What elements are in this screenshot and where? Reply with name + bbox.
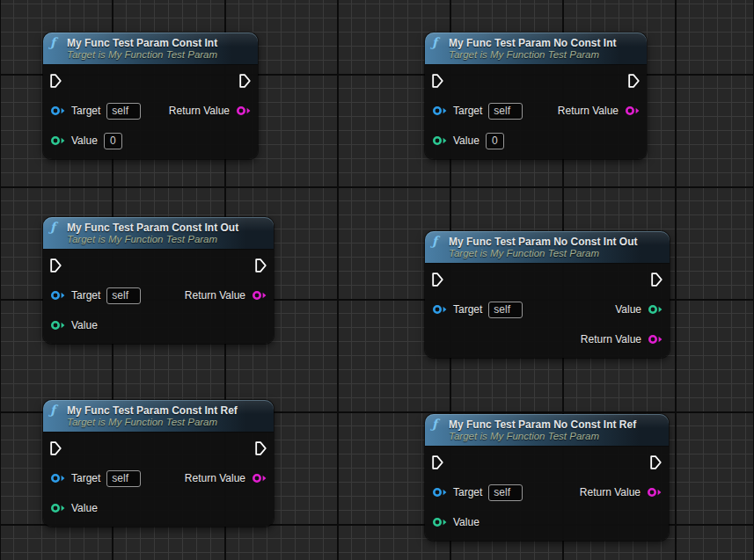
node-header[interactable]: ƒ My Func Test Param Const Int Out Targe… <box>43 217 274 250</box>
exec-in-pin[interactable] <box>50 74 62 88</box>
exec-pin-row <box>50 440 267 456</box>
target-pin[interactable] <box>50 290 65 301</box>
node-my-func-test-param-const-int[interactable]: ƒ My Func Test Param Const Int Target is… <box>43 33 258 159</box>
return-value-pin[interactable] <box>625 105 640 116</box>
value-pin[interactable] <box>50 135 65 146</box>
exec-out-pin[interactable] <box>255 441 267 455</box>
value-pin-group: Value <box>50 502 98 514</box>
exec-out-pin[interactable] <box>239 74 251 88</box>
value-out-pin[interactable] <box>648 304 662 315</box>
node-header[interactable]: ƒ My Func Test Param No Const Int Target… <box>425 33 647 65</box>
target-pin-label: Target <box>453 303 482 316</box>
exec-pin-row <box>432 455 662 470</box>
target-pin-label: Target <box>71 289 100 302</box>
exec-in-pin[interactable] <box>432 455 443 469</box>
value-out-label: Value <box>615 303 641 316</box>
return-value-pin[interactable] <box>252 290 267 301</box>
return-value-pin[interactable] <box>648 334 662 345</box>
value-input[interactable] <box>486 133 504 149</box>
value-pin[interactable] <box>50 320 65 331</box>
pin-row: Target Return Value <box>50 101 251 120</box>
pin-row: Target Return Value <box>432 483 662 502</box>
target-self-input[interactable] <box>106 103 141 120</box>
function-icon: ƒ <box>50 36 62 48</box>
value-input[interactable] <box>104 133 122 149</box>
target-pin[interactable] <box>432 487 447 498</box>
node-subtitle: Target is My Function Test Param <box>449 431 662 441</box>
exec-in-pin[interactable] <box>50 441 62 455</box>
node-title: My Func Test Param No Const Int Out <box>449 236 637 248</box>
blueprint-graph-canvas[interactable]: ƒ My Func Test Param Const Int Target is… <box>0 0 754 560</box>
pin-row: Target Value <box>432 300 662 319</box>
return-pin-group: Return Value <box>169 105 251 117</box>
target-self-input[interactable] <box>106 287 141 304</box>
target-pin[interactable] <box>50 105 65 116</box>
return-value-label: Return Value <box>185 472 245 484</box>
pin-row: Target Return Value <box>432 101 640 120</box>
target-pin-group: Target <box>432 103 523 120</box>
node-my-func-test-param-no-const-int[interactable]: ƒ My Func Test Param No Const Int Target… <box>425 33 647 159</box>
function-icon: ƒ <box>50 221 62 233</box>
return-pin-group: Return Value <box>185 289 267 302</box>
exec-in-pin[interactable] <box>50 258 62 273</box>
node-subtitle: Target is My Function Test Param <box>67 417 267 427</box>
exec-out-pin[interactable] <box>650 455 662 469</box>
exec-in-pin[interactable] <box>432 273 443 287</box>
return-pin-group: Return Value <box>580 486 662 498</box>
node-header[interactable]: ƒ My Func Test Param Const Int Ref Targe… <box>43 400 274 433</box>
value-pin[interactable] <box>50 503 65 513</box>
target-self-input[interactable] <box>488 302 523 318</box>
value-pin-group: Value <box>50 133 122 149</box>
target-pin-label: Target <box>71 472 100 484</box>
target-pin[interactable] <box>432 304 447 315</box>
node-header-row: ƒ My Func Test Param No Const Int Out <box>432 235 662 248</box>
function-icon: ƒ <box>432 36 443 48</box>
node-header-row: ƒ My Func Test Param No Const Int <box>432 36 640 49</box>
exec-in-pin[interactable] <box>432 74 443 88</box>
return-pin-group: Return Value <box>558 105 640 117</box>
target-pin[interactable] <box>50 473 65 484</box>
node-body: Target Value Return Value <box>425 264 670 358</box>
node-my-func-test-param-const-int-out[interactable]: ƒ My Func Test Param Const Int Out Targe… <box>43 217 274 344</box>
target-pin-group: Target <box>432 484 523 501</box>
return-value-pin[interactable] <box>252 473 267 484</box>
node-header[interactable]: ƒ My Func Test Param Const Int Target is… <box>43 33 258 65</box>
return-value-pin[interactable] <box>236 105 251 116</box>
target-self-input[interactable] <box>488 484 523 501</box>
node-my-func-test-param-const-int-ref[interactable]: ƒ My Func Test Param Const Int Ref Targe… <box>43 400 274 527</box>
node-title: My Func Test Param Const Int Out <box>67 222 238 234</box>
value-pin-label: Value <box>71 135 98 147</box>
value-pin[interactable] <box>432 517 447 527</box>
function-icon: ƒ <box>50 404 62 416</box>
pin-row: Value <box>50 316 267 335</box>
exec-out-pin[interactable] <box>255 258 267 273</box>
node-header[interactable]: ƒ My Func Test Param No Const Int Ref Ta… <box>425 414 669 447</box>
node-body: Target Return Value Value <box>425 65 647 159</box>
pin-row: Value <box>50 498 267 518</box>
return-pin-group: Return Value <box>185 472 267 484</box>
target-pin-label: Target <box>453 486 482 498</box>
target-pin-group: Target <box>50 287 141 304</box>
return-value-label: Return Value <box>169 105 230 117</box>
target-self-input[interactable] <box>106 470 141 487</box>
exec-out-pin[interactable] <box>651 273 662 287</box>
pin-row: Target Return Value <box>50 286 267 305</box>
value-pin[interactable] <box>432 135 447 146</box>
return-pin-group: Return Value <box>581 333 662 345</box>
target-pin[interactable] <box>432 105 447 116</box>
value-pin-group: Value <box>432 133 504 149</box>
return-value-pin[interactable] <box>647 487 662 498</box>
pin-row: Return Value <box>432 330 662 349</box>
return-value-label: Return Value <box>580 486 641 498</box>
node-my-func-test-param-no-const-int-out[interactable]: ƒ My Func Test Param No Const Int Out Ta… <box>425 231 670 358</box>
node-header[interactable]: ƒ My Func Test Param No Const Int Out Ta… <box>425 231 670 264</box>
node-subtitle: Target is My Function Test Param <box>449 49 640 60</box>
pin-row: Value <box>432 513 662 532</box>
target-pin-group: Target <box>50 103 141 120</box>
exec-out-pin[interactable] <box>628 74 640 88</box>
value-pin-label: Value <box>453 135 479 147</box>
node-my-func-test-param-no-const-int-ref[interactable]: ƒ My Func Test Param No Const Int Ref Ta… <box>425 414 669 541</box>
node-header-row: ƒ My Func Test Param Const Int Ref <box>50 404 267 417</box>
function-icon: ƒ <box>432 418 443 430</box>
target-self-input[interactable] <box>488 103 523 120</box>
